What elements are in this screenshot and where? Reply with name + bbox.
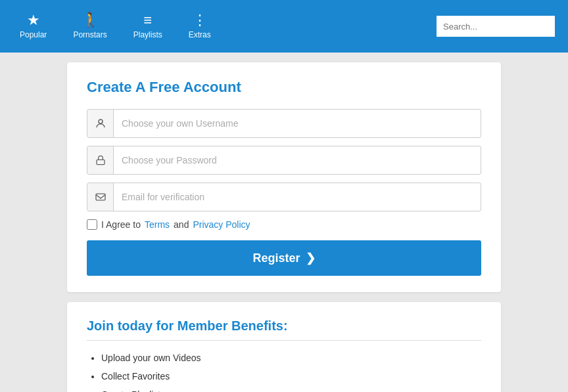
extras-icon: ⋮ bbox=[193, 13, 207, 28]
nav-playlists[interactable]: ≡ Playlists bbox=[120, 7, 176, 46]
pornstars-icon: 🚶 bbox=[82, 13, 99, 28]
svg-point-0 bbox=[99, 120, 103, 123]
register-label: Register bbox=[252, 251, 300, 265]
pornstars-label: Pornstars bbox=[73, 30, 106, 39]
nav-pornstars[interactable]: 🚶 Pornstars bbox=[60, 7, 120, 46]
agree-checkbox[interactable] bbox=[87, 219, 97, 230]
search-input[interactable] bbox=[437, 16, 555, 37]
email-field-wrapper bbox=[87, 183, 481, 211]
username-field-wrapper bbox=[87, 109, 481, 138]
username-input[interactable] bbox=[114, 112, 481, 135]
playlists-label: Playlists bbox=[133, 30, 162, 39]
popular-icon: ★ bbox=[27, 13, 40, 28]
extras-label: Extras bbox=[189, 30, 211, 39]
privacy-link[interactable]: Privacy Policy bbox=[193, 219, 250, 230]
and-text: and bbox=[174, 219, 189, 230]
svg-rect-1 bbox=[97, 160, 105, 164]
benefits-card: Join today for Member Benefits: Upload y… bbox=[67, 302, 501, 392]
password-field-wrapper bbox=[87, 146, 481, 175]
email-icon bbox=[87, 183, 114, 211]
terms-link[interactable]: Terms bbox=[145, 219, 170, 230]
page-content: Create A Free Account bbox=[54, 53, 514, 392]
register-card: Create A Free Account bbox=[67, 62, 501, 292]
nav-popular[interactable]: ★ Popular bbox=[7, 7, 60, 46]
popular-label: Popular bbox=[20, 30, 47, 39]
benefit-item: Collect Favorites bbox=[101, 367, 481, 385]
navbar: ★ Popular 🚶 Pornstars ≡ Playlists ⋮ Extr… bbox=[0, 0, 568, 53]
nav-extras[interactable]: ⋮ Extras bbox=[176, 7, 224, 46]
register-title: Create A Free Account bbox=[87, 79, 481, 96]
benefits-title: Join today for Member Benefits: bbox=[87, 318, 481, 341]
password-icon bbox=[87, 146, 114, 174]
username-icon bbox=[87, 110, 114, 137]
email-input[interactable] bbox=[114, 185, 481, 209]
benefit-item: Upload your own Videos bbox=[101, 349, 481, 367]
register-arrow: ❯ bbox=[306, 251, 316, 265]
register-button[interactable]: Register ❯ bbox=[87, 240, 481, 276]
svg-rect-2 bbox=[96, 194, 105, 200]
nav-items: ★ Popular 🚶 Pornstars ≡ Playlists ⋮ Extr… bbox=[7, 7, 224, 46]
benefit-item: Create Playlists bbox=[101, 385, 481, 392]
password-input[interactable] bbox=[114, 148, 481, 172]
agree-row: I Agree to Terms and Privacy Policy bbox=[87, 219, 481, 230]
agree-text: I Agree to bbox=[101, 219, 141, 230]
benefits-list: Upload your own VideosCollect FavoritesC… bbox=[87, 349, 481, 392]
playlists-icon: ≡ bbox=[143, 13, 152, 28]
